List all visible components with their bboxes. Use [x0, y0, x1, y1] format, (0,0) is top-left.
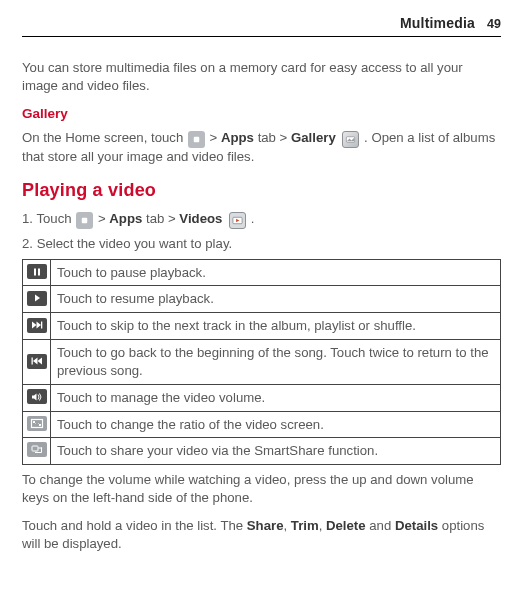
- control-desc: Touch to skip to the next track in the a…: [51, 313, 501, 340]
- next-track-icon: [27, 318, 47, 333]
- svg-rect-16: [31, 419, 42, 427]
- step-2: 2. Select the video you want to play.: [22, 235, 501, 253]
- text: tab >: [146, 211, 179, 226]
- longpress-note: Touch and hold a video in the list. The …: [22, 517, 501, 553]
- table-row: Touch to share your video via the SmartS…: [23, 438, 501, 465]
- page-number: 49: [487, 16, 501, 33]
- gallery-icon: [342, 131, 359, 148]
- text: Touch: [36, 211, 75, 226]
- table-row: Touch to change the ratio of the video s…: [23, 411, 501, 438]
- svg-marker-10: [36, 322, 41, 329]
- table-row: Touch to go back to the beginning of the…: [23, 340, 501, 385]
- pause-icon: [27, 264, 47, 279]
- delete-label: Delete: [326, 518, 366, 533]
- svg-rect-7: [38, 268, 40, 275]
- icon-cell: [23, 384, 51, 411]
- details-label: Details: [395, 518, 438, 533]
- text: and: [369, 518, 395, 533]
- smartshare-icon: [27, 442, 47, 457]
- svg-marker-8: [35, 295, 40, 302]
- trim-label: Trim: [291, 518, 319, 533]
- apps-label: Apps: [221, 130, 254, 145]
- svg-rect-17: [32, 446, 38, 451]
- table-row: Touch to pause playback.: [23, 259, 501, 286]
- table-row: Touch to skip to the next track in the a…: [23, 313, 501, 340]
- control-desc: Touch to share your video via the SmartS…: [51, 438, 501, 465]
- gallery-heading: Gallery: [22, 105, 501, 123]
- header-title: Multimedia: [400, 14, 475, 33]
- videos-icon: [229, 212, 246, 229]
- icon-cell: [23, 313, 51, 340]
- volume-icon: [27, 389, 47, 404]
- text: Touch and hold a video in the list. The: [22, 518, 247, 533]
- text: .: [251, 211, 255, 226]
- videos-label: Videos: [179, 211, 222, 226]
- play-icon: [27, 291, 47, 306]
- icon-cell: [23, 411, 51, 438]
- svg-marker-9: [32, 322, 37, 329]
- svg-marker-13: [33, 358, 38, 365]
- share-label: Share: [247, 518, 284, 533]
- icon-cell: [23, 438, 51, 465]
- control-desc: Touch to resume playback.: [51, 286, 501, 313]
- intro-paragraph: You can store multimedia files on a memo…: [22, 59, 501, 95]
- svg-marker-14: [37, 358, 42, 365]
- svg-rect-12: [31, 358, 32, 365]
- svg-rect-0: [194, 136, 200, 142]
- svg-rect-6: [34, 268, 36, 275]
- home-icon: [76, 212, 93, 229]
- playing-video-heading: Playing a video: [22, 178, 501, 202]
- controls-table: Touch to pause playback. Touch to resume…: [22, 259, 501, 466]
- control-desc: Touch to pause playback.: [51, 259, 501, 286]
- text: Select the video you want to play.: [37, 236, 233, 251]
- gt: >: [210, 130, 221, 145]
- icon-cell: [23, 286, 51, 313]
- table-row: Touch to manage the video volume.: [23, 384, 501, 411]
- gt: >: [98, 211, 109, 226]
- gallery-instruction: On the Home screen, touch > Apps tab > G…: [22, 129, 501, 166]
- text: On the Home screen, touch: [22, 130, 187, 145]
- step-1: 1. Touch > Apps tab > Videos .: [22, 210, 501, 229]
- text: ,: [283, 518, 290, 533]
- home-icon: [188, 131, 205, 148]
- gallery-label: Gallery: [291, 130, 336, 145]
- table-row: Touch to resume playback.: [23, 286, 501, 313]
- ratio-icon: [27, 416, 47, 431]
- icon-cell: [23, 259, 51, 286]
- prev-track-icon: [27, 354, 47, 369]
- icon-cell: [23, 340, 51, 385]
- volume-note: To change the volume while watching a vi…: [22, 471, 501, 507]
- page-header: Multimedia 49: [22, 14, 501, 37]
- control-desc: Touch to go back to the beginning of the…: [51, 340, 501, 385]
- control-desc: Touch to change the ratio of the video s…: [51, 411, 501, 438]
- text: ,: [319, 518, 326, 533]
- svg-rect-3: [82, 218, 88, 224]
- apps-label: Apps: [109, 211, 142, 226]
- control-desc: Touch to manage the video volume.: [51, 384, 501, 411]
- svg-rect-11: [41, 322, 42, 329]
- text: tab >: [258, 130, 291, 145]
- svg-marker-15: [32, 393, 37, 400]
